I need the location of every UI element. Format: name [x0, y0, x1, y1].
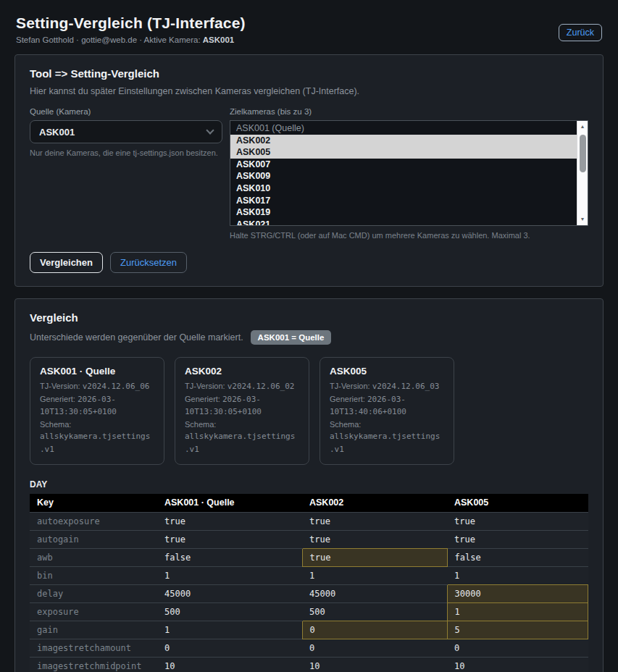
table-column-header: ASK005	[447, 494, 588, 512]
table-column-header: ASK002	[302, 494, 447, 512]
back-button[interactable]: Zurück	[559, 24, 602, 41]
source-help: Nur deine Kameras, die eine tj-settings.…	[30, 148, 222, 157]
camera-card: ASK005TJ-Version: v2024.12.06_03Generier…	[320, 357, 454, 465]
setting-value: 1	[302, 566, 447, 584]
setting-value-diff: true	[302, 548, 447, 566]
setting-value: true	[302, 530, 447, 548]
page-title: Setting-Vergleich (TJ-Interface)	[16, 14, 604, 32]
table-row: gain105	[30, 621, 588, 639]
target-cameras-listbox[interactable]: ASK001 (Quelle)ASK002ASK005ASK007ASK009A…	[230, 120, 588, 226]
table-header-row: KeyASK001 · QuelleASK002ASK005	[30, 494, 588, 512]
setting-value: true	[447, 530, 588, 548]
listbox-option[interactable]: ASK019	[230, 206, 577, 219]
setting-value: true	[157, 530, 302, 548]
card-generated: Generiert: 2026-03-10T13:40:06+0100	[330, 393, 444, 419]
card-generated: Generiert: 2026-03-10T13:30:05+0100	[40, 393, 154, 419]
targets-label: Zielkameras (bis zu 3)	[230, 107, 588, 116]
setting-key: bin	[30, 566, 157, 584]
setting-key: awb	[30, 548, 157, 566]
listbox-option[interactable]: ASK017	[230, 195, 577, 207]
card-tj-version: TJ-Version: v2024.12.06_03	[330, 380, 444, 393]
setting-key: imagestretchmidpoint	[30, 657, 157, 672]
camera-card-title: ASK002	[185, 366, 299, 377]
comparison-panel: Vergleich Unterschiede werden gegenüber …	[14, 298, 604, 672]
targets-column: Zielkameras (bis zu 3) ASK001 (Quelle)AS…	[230, 107, 588, 240]
setting-key: autogain	[30, 530, 157, 548]
setting-value: true	[302, 512, 447, 530]
user-info-text: Stefan Gotthold · gottie@web.de · Aktive…	[16, 35, 203, 44]
setting-value: 0	[447, 639, 588, 657]
table-row: imagestretchamount000	[30, 639, 588, 657]
setting-value: false	[447, 548, 588, 566]
setting-key: imagestretchamount	[30, 639, 157, 657]
tool-heading: Tool => Setting-Vergleich	[30, 67, 588, 80]
table-row: bin111	[30, 566, 588, 584]
setting-key: exposure	[30, 602, 157, 621]
listbox-option[interactable]: ASK010	[230, 182, 577, 195]
card-tj-version: TJ-Version: v2024.12.06_02	[185, 380, 299, 393]
day-section-label: DAY	[30, 479, 588, 490]
tool-panel: Tool => Setting-Vergleich Hier kannst du…	[14, 54, 604, 287]
table-column-header: ASK001 · Quelle	[157, 494, 302, 512]
setting-value: 1	[157, 621, 302, 639]
scroll-up-icon[interactable]: ▲	[577, 122, 588, 132]
listbox-option: ASK001 (Quelle)	[230, 122, 577, 135]
setting-value: false	[157, 548, 302, 566]
listbox-option[interactable]: ASK021	[230, 219, 577, 226]
camera-card-title: ASK005	[330, 366, 444, 377]
setting-value: 10	[157, 657, 302, 672]
table-row: delay450004500030000	[30, 584, 588, 602]
setting-value: 45000	[157, 584, 302, 602]
listbox-items: ASK001 (Quelle)ASK002ASK005ASK007ASK009A…	[230, 122, 577, 226]
camera-cards: ASK001 · QuelleTJ-Version: v2024.12.06_0…	[30, 357, 588, 465]
table-body: autoexposuretruetruetrueautogaintruetrue…	[30, 512, 588, 672]
table-row: autogaintruetruetrue	[30, 530, 588, 548]
reset-button[interactable]: Zurücksetzen	[110, 252, 187, 273]
user-info: Stefan Gotthold · gottie@web.de · Aktive…	[16, 35, 604, 44]
camera-card-title: ASK001 · Quelle	[40, 366, 154, 377]
tool-actions: Vergleichen Zurücksetzen	[30, 252, 588, 273]
setting-value-diff: 30000	[447, 584, 588, 602]
table-row: exposure5005001	[30, 602, 588, 621]
setting-key: gain	[30, 621, 157, 639]
listbox-scrollbar[interactable]: ▲ ▼	[577, 121, 588, 225]
scrollbar-thumb[interactable]	[580, 135, 586, 172]
setting-value: 500	[157, 602, 302, 621]
card-generated: Generiert: 2026-03-10T13:30:05+0100	[185, 393, 299, 419]
setting-value: 500	[302, 602, 447, 621]
page: Setting-Vergleich (TJ-Interface) Stefan …	[0, 0, 618, 672]
table-row: imagestretchmidpoint101010	[30, 657, 588, 672]
setting-value-diff: 1	[447, 602, 588, 621]
listbox-option[interactable]: ASK005	[230, 146, 577, 159]
setting-value: true	[157, 512, 302, 530]
targets-help: Halte STRG/CTRL (oder auf Mac CMD) um me…	[230, 231, 588, 240]
listbox-option[interactable]: ASK007	[230, 159, 577, 171]
setting-value-diff: 0	[302, 621, 447, 639]
comparison-heading: Vergleich	[30, 311, 588, 324]
source-camera-value: ASK001	[39, 127, 75, 138]
listbox-option[interactable]: ASK009	[230, 170, 577, 182]
table-row: autoexposuretruetruetrue	[30, 512, 588, 530]
setting-value: 1	[447, 566, 588, 584]
camera-card: ASK002TJ-Version: v2024.12.06_02Generier…	[175, 357, 309, 465]
card-schema: Schema: allskykamera.tjsettings.v1	[40, 419, 154, 456]
table-row: awbfalsetruefalse	[30, 548, 588, 566]
scroll-down-icon[interactable]: ▼	[577, 214, 588, 224]
card-schema: Schema: allskykamera.tjsettings.v1	[330, 419, 444, 456]
listbox-option[interactable]: ASK002	[230, 135, 577, 147]
tool-form: Quelle (Kamera) ASK001 Nur deine Kameras…	[30, 107, 588, 240]
setting-value: 1	[157, 566, 302, 584]
comparison-desc-line: Unterschiede werden gegenüber der Quelle…	[30, 330, 588, 345]
compare-button[interactable]: Vergleichen	[30, 252, 103, 273]
chevron-down-icon	[206, 126, 214, 134]
setting-value: true	[447, 512, 588, 530]
source-camera-select[interactable]: ASK001	[30, 120, 222, 143]
setting-value-diff: 5	[447, 621, 588, 639]
comparison-description: Unterschiede werden gegenüber der Quelle…	[30, 332, 243, 343]
setting-value: 0	[157, 639, 302, 657]
active-camera: ASK001	[203, 35, 234, 44]
settings-comparison-table: KeyASK001 · QuelleASK002ASK005 autoexpos…	[30, 494, 588, 672]
setting-key: autoexposure	[30, 512, 157, 530]
setting-value: 10	[302, 657, 447, 672]
setting-key: delay	[30, 584, 157, 602]
